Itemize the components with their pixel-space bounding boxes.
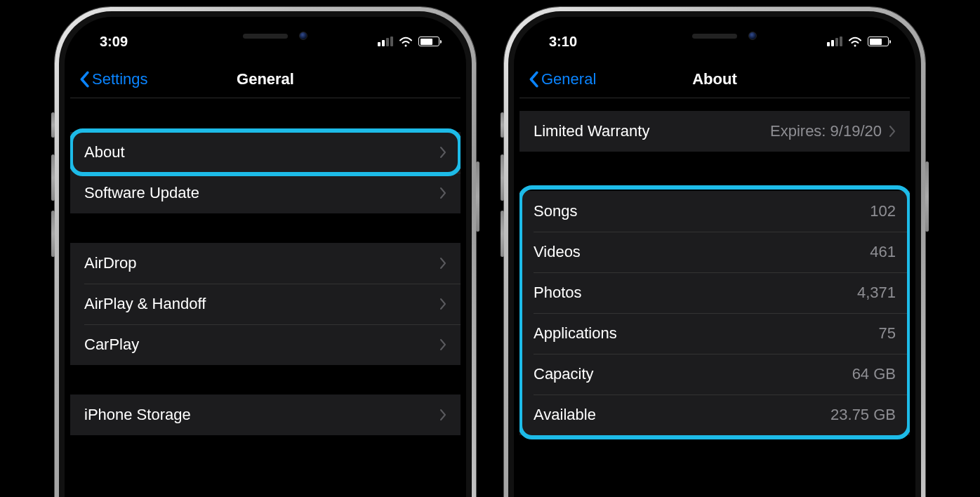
- speaker-grille: [692, 34, 737, 39]
- row-label: iPhone Storage: [84, 406, 191, 424]
- row-value: 75: [879, 324, 896, 343]
- volume-up-button[interactable]: [501, 154, 504, 201]
- wifi-icon: [399, 36, 413, 47]
- page-title: About: [692, 70, 737, 88]
- row-label: Videos: [534, 243, 581, 261]
- wifi-icon: [848, 36, 862, 47]
- phone-left: 3:09 Settings General: [55, 7, 476, 497]
- volume-down-button[interactable]: [51, 211, 55, 257]
- row-label: Software Update: [84, 184, 199, 202]
- row-label: Songs: [534, 202, 577, 220]
- chevron-right-icon: [439, 338, 446, 351]
- notch: [181, 22, 350, 49]
- row-limited-warranty[interactable]: Limited Warranty Expires: 9/19/20: [519, 111, 910, 152]
- row-capacity: Capacity 64 GB: [519, 354, 910, 395]
- silence-switch[interactable]: [51, 112, 55, 138]
- row-label: AirPlay & Handoff: [84, 295, 206, 313]
- row-value: 4,371: [857, 284, 896, 302]
- row-value: 64 GB: [852, 365, 896, 383]
- row-label: AirDrop: [84, 254, 137, 272]
- back-button[interactable]: Settings: [79, 70, 148, 88]
- row-available: Available 23.75 GB: [519, 395, 910, 435]
- battery-icon: [868, 37, 889, 46]
- chevron-right-icon: [439, 298, 446, 310]
- volume-down-button[interactable]: [501, 211, 504, 257]
- row-applications: Applications 75: [519, 313, 910, 354]
- back-button[interactable]: General: [528, 70, 596, 88]
- chevron-right-icon: [439, 409, 446, 421]
- row-value: Expires: 9/19/20: [770, 122, 882, 140]
- row-about[interactable]: About: [70, 132, 461, 173]
- cellular-signal-icon: [378, 37, 393, 46]
- row-airplay-handoff[interactable]: AirPlay & Handoff: [70, 284, 461, 324]
- row-value: 102: [870, 202, 896, 220]
- chevron-left-icon: [528, 71, 539, 88]
- power-button[interactable]: [925, 161, 929, 232]
- back-label: Settings: [92, 70, 148, 88]
- row-value: 23.75 GB: [830, 406, 896, 424]
- status-time: 3:09: [91, 34, 128, 50]
- phone-right: 3:10 General About: [504, 7, 925, 497]
- row-iphone-storage[interactable]: iPhone Storage: [70, 395, 461, 435]
- row-videos: Videos 461: [519, 232, 910, 272]
- chevron-right-icon: [439, 257, 446, 270]
- back-label: General: [541, 70, 596, 88]
- volume-up-button[interactable]: [51, 154, 55, 201]
- chevron-left-icon: [79, 71, 90, 88]
- row-label: Available: [534, 406, 596, 424]
- row-songs: Songs 102: [519, 191, 910, 232]
- row-value: 461: [870, 243, 896, 261]
- row-label: CarPlay: [84, 336, 139, 354]
- row-label: Limited Warranty: [534, 122, 649, 140]
- nav-bar: Settings General: [70, 60, 461, 98]
- page-title: General: [237, 70, 294, 88]
- chevron-right-icon: [439, 146, 446, 159]
- row-photos: Photos 4,371: [519, 272, 910, 313]
- battery-icon: [418, 37, 439, 46]
- row-label: Photos: [534, 284, 582, 302]
- row-label: Applications: [534, 324, 617, 343]
- notch: [630, 22, 799, 49]
- silence-switch[interactable]: [501, 112, 504, 138]
- row-label: About: [84, 143, 125, 161]
- row-carplay[interactable]: CarPlay: [70, 324, 461, 365]
- front-camera: [748, 32, 757, 40]
- power-button[interactable]: [476, 161, 479, 232]
- chevron-right-icon: [889, 125, 896, 138]
- row-software-update[interactable]: Software Update: [70, 173, 461, 213]
- status-time: 3:10: [541, 34, 577, 50]
- row-label: Capacity: [534, 365, 594, 383]
- front-camera: [299, 32, 307, 40]
- speaker-grille: [243, 34, 288, 39]
- row-airdrop[interactable]: AirDrop: [70, 243, 461, 284]
- cellular-signal-icon: [827, 37, 842, 46]
- nav-bar: General About: [519, 60, 910, 98]
- chevron-right-icon: [439, 187, 446, 199]
